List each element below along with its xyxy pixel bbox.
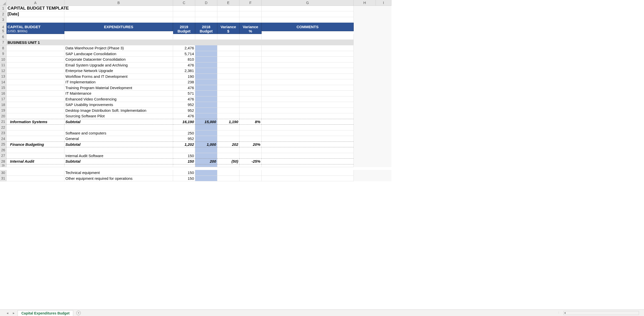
cell[interactable] [354, 176, 376, 182]
cell[interactable] [64, 125, 173, 130]
cell[interactable] [7, 68, 64, 74]
cell[interactable] [173, 147, 195, 153]
col-header-C[interactable]: C [173, 0, 195, 6]
cell[interactable] [376, 119, 391, 125]
date-placeholder[interactable]: [Date] [7, 11, 64, 17]
cell[interactable] [7, 125, 64, 130]
expenditure-item[interactable]: IT Implementation [64, 79, 173, 85]
prior-budget-cell[interactable] [195, 62, 217, 68]
header-dollar[interactable]: $ [217, 28, 239, 34]
prior-budget-cell[interactable] [195, 45, 217, 51]
subtotal-prior[interactable]: 1,000 [195, 142, 217, 148]
cell[interactable] [354, 51, 376, 57]
budget-value[interactable]: 150 [173, 176, 195, 182]
row-header[interactable]: 3 [0, 17, 7, 23]
subtotal-label[interactable]: Subtotal [64, 159, 173, 164]
header-comments[interactable]: COMMENTS [262, 23, 354, 31]
cell[interactable] [354, 85, 376, 91]
col-header-F[interactable]: F [239, 0, 262, 6]
cell[interactable] [64, 11, 173, 17]
cell[interactable] [7, 153, 64, 159]
cell[interactable] [217, 51, 239, 57]
cell[interactable] [376, 79, 391, 85]
cell[interactable] [173, 125, 195, 130]
cell[interactable] [262, 142, 354, 148]
cell[interactable] [354, 170, 376, 176]
budget-value[interactable]: 150 [173, 170, 195, 176]
cell[interactable] [7, 62, 64, 68]
row-header[interactable]: 28 [0, 159, 7, 164]
cell[interactable] [239, 11, 262, 17]
subtotal-variance-percent[interactable]: -25% [239, 159, 262, 164]
cell[interactable] [239, 96, 262, 102]
cell[interactable] [376, 57, 391, 62]
row-header[interactable]: 25 [0, 142, 7, 148]
budget-value[interactable]: 2,381 [173, 68, 195, 74]
cell[interactable] [354, 159, 376, 164]
cell[interactable] [376, 6, 391, 12]
header-budget-current[interactable]: Budget [173, 28, 195, 34]
cell[interactable] [195, 34, 217, 40]
budget-value[interactable]: 952 [173, 108, 195, 114]
cell[interactable] [7, 51, 64, 57]
cell[interactable] [7, 57, 64, 62]
cell[interactable] [262, 176, 354, 182]
cell[interactable] [217, 164, 239, 167]
cell[interactable] [262, 119, 354, 125]
cell[interactable] [173, 11, 195, 17]
cell[interactable] [354, 125, 376, 130]
cell[interactable] [239, 102, 262, 108]
row-header[interactable]: 26 [0, 147, 7, 153]
cell[interactable] [376, 142, 391, 148]
row-header[interactable]: 6 [0, 34, 7, 40]
expenditure-item[interactable]: SAP Usability Improvements [64, 102, 173, 108]
cell[interactable] [376, 91, 391, 96]
cell[interactable] [376, 159, 391, 164]
cell[interactable] [376, 147, 391, 153]
subtotal-label[interactable]: Subtotal [64, 142, 173, 148]
row-header[interactable]: 24 [0, 136, 7, 142]
expenditure-item[interactable]: Data Warehouse Project (Phase 3) [64, 45, 173, 51]
budget-value[interactable]: 810 [173, 57, 195, 62]
row-header[interactable]: 10 [0, 57, 7, 62]
cell[interactable] [354, 153, 376, 159]
cell[interactable] [262, 170, 354, 176]
cell[interactable] [217, 170, 239, 176]
cell[interactable] [239, 170, 262, 176]
cell[interactable] [376, 11, 391, 17]
cell[interactable] [376, 51, 391, 57]
prior-budget-cell[interactable] [195, 113, 217, 119]
cell[interactable] [354, 91, 376, 96]
cell[interactable] [217, 130, 239, 136]
page-title[interactable]: CAPITAL BUDGET TEMPLATE [7, 6, 173, 12]
cell[interactable] [217, 17, 239, 23]
expenditure-item[interactable]: Email System Upgrade and Archiving [64, 62, 173, 68]
cell[interactable] [262, 45, 354, 51]
cell[interactable] [217, 125, 239, 130]
cell[interactable] [262, 51, 354, 57]
cell[interactable] [262, 108, 354, 114]
prior-budget-cell[interactable] [195, 108, 217, 114]
cell[interactable] [262, 79, 354, 85]
business-unit-header[interactable]: BUSINESS UNIT 1 [7, 40, 354, 46]
cell[interactable] [173, 34, 195, 40]
cell[interactable] [7, 176, 64, 182]
cell[interactable] [354, 147, 376, 153]
subtotal-label[interactable]: Subtotal [64, 119, 173, 125]
cell[interactable] [354, 113, 376, 119]
cell[interactable] [217, 96, 239, 102]
row-header[interactable]: 23 [0, 130, 7, 136]
cell[interactable] [376, 45, 391, 51]
cell[interactable] [217, 45, 239, 51]
cell[interactable] [239, 34, 262, 40]
budget-value[interactable]: 238 [173, 79, 195, 85]
cell[interactable] [239, 79, 262, 85]
cell[interactable] [7, 79, 64, 85]
cell[interactable] [239, 62, 262, 68]
cell[interactable] [217, 74, 239, 80]
cell[interactable] [195, 164, 217, 167]
cell[interactable] [217, 176, 239, 182]
cell[interactable] [262, 130, 354, 136]
cell[interactable] [64, 147, 173, 153]
cell[interactable] [354, 96, 376, 102]
